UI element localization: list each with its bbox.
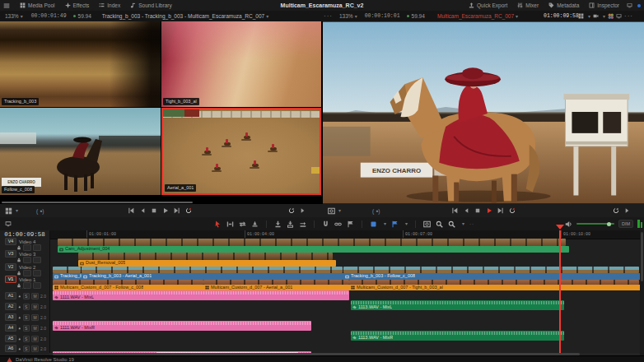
clip-tracking-tight[interactable]: Tracking_b_003 - Tight_b_003_al — [53, 273, 84, 280]
loop-button-active[interactable] — [185, 207, 192, 214]
source-jog-control[interactable]: (●) — [36, 204, 45, 217]
go-to-start-button[interactable] — [128, 207, 134, 214]
go-to-end-button[interactable] — [497, 207, 504, 214]
stop-button[interactable] — [151, 207, 157, 214]
source-clip-name[interactable]: Tracking_b_003 - Tracking_b_003 - Multic… — [102, 13, 264, 19]
mute-button[interactable]: M — [31, 304, 39, 310]
solo-button[interactable]: S — [23, 304, 30, 310]
track-header-a5[interactable]: A5 S M 2.0 — [5, 335, 48, 342]
step-back-button[interactable] — [139, 207, 146, 214]
index-button[interactable]: Index — [94, 0, 125, 11]
track-badge-v1-destination[interactable]: V1 — [5, 276, 16, 283]
dynamic-trim-mode-tool[interactable] — [239, 220, 246, 228]
go-to-end-button[interactable] — [174, 207, 180, 214]
play-button-active[interactable] — [486, 207, 492, 214]
link-clips-button[interactable] — [334, 220, 342, 228]
marker-color-button[interactable] — [370, 220, 377, 228]
lock-icon[interactable] — [16, 258, 21, 262]
clip-thumbnails[interactable] — [53, 267, 81, 273]
mute-button[interactable]: M — [31, 325, 39, 332]
stop-button[interactable] — [474, 207, 481, 214]
track-header-a1[interactable]: A1 S M 2.0 — [5, 292, 48, 299]
toolbar-overflow-icon[interactable]: ·· — [469, 221, 474, 226]
viewer-overflow-menu-icon[interactable]: ··· — [324, 13, 333, 20]
clip-thumbnails[interactable] — [82, 267, 343, 273]
clean-feed-monitor-icon[interactable] — [616, 13, 622, 19]
loop-button-active[interactable] — [509, 207, 516, 214]
panel-toggle-button[interactable] — [624, 0, 635, 11]
razor-tool[interactable] — [251, 220, 259, 228]
dim-button[interactable]: DIM — [618, 220, 633, 228]
trim-edit-mode-tool[interactable] — [226, 220, 234, 228]
replace-clip-button[interactable] — [299, 220, 306, 228]
overwrite-clip-button[interactable] — [287, 220, 294, 228]
clip-tracking-follow[interactable]: Tracking_b_003 - Follow_c_008 — [343, 273, 642, 280]
track-badge-a6[interactable]: A6 — [5, 345, 16, 352]
track-enable-toggle[interactable] — [23, 257, 31, 263]
solo-button[interactable]: S — [23, 293, 30, 299]
inspector-button[interactable]: Inspector — [584, 0, 624, 11]
audio-clip[interactable]: 1111.WAV - MixL — [53, 290, 349, 300]
clip-thumbnails[interactable] — [58, 239, 566, 246]
clip-cam-adjustment[interactable]: Cam_Adjustment_004 — [58, 246, 569, 253]
angle-tight-b-003-al[interactable]: Tight_b_003_al — [161, 21, 321, 107]
solo-button[interactable]: S — [23, 336, 30, 342]
track-badge-a4[interactable]: A4 — [5, 324, 16, 332]
mute-button[interactable]: M — [31, 336, 39, 342]
multicam-display-mode-icon[interactable] — [5, 207, 12, 215]
track-badge-v2[interactable]: V2 — [5, 263, 16, 271]
angle-tracking-b-003[interactable]: Tracking_b_003 — [0, 21, 161, 107]
play-button[interactable] — [162, 207, 169, 214]
track-badge-a3[interactable]: A3 — [5, 313, 16, 321]
match-frame-icon[interactable] — [300, 207, 306, 214]
clip-multicam-aerial[interactable]: Multicam_Custom_d_007 - Aerial_a_001 — [203, 285, 352, 290]
snapping-button[interactable] — [322, 220, 329, 228]
refresh-icon[interactable] — [288, 207, 295, 214]
program-viewer[interactable]: ENZO CHARRO — [323, 21, 644, 204]
timeline-jog-control[interactable]: (●) — [372, 204, 381, 217]
clip-multicam-tight[interactable]: Multicam_Custom_d_007 - Tight_b_003_al — [349, 285, 642, 290]
speaker-icon[interactable] — [565, 220, 572, 228]
playhead-handle[interactable] — [556, 225, 564, 230]
selection-mode-tool-active[interactable] — [214, 220, 222, 228]
match-frame-icon[interactable] — [624, 207, 631, 214]
lock-icon[interactable] — [18, 326, 21, 331]
metadata-button[interactable]: Metadata — [544, 0, 584, 11]
playhead-line[interactable] — [559, 230, 561, 353]
scopes-icon[interactable] — [608, 13, 614, 19]
track-header-a3[interactable]: A3 S M 2.0 — [5, 313, 48, 321]
clip-thumbnails[interactable] — [343, 267, 639, 273]
step-back-button[interactable] — [463, 207, 469, 214]
marker-button[interactable] — [391, 220, 399, 228]
track-header-a2[interactable]: A2 S M 2.0 — [5, 303, 48, 310]
track-header-a4[interactable]: A4 S M 2.0 — [5, 324, 48, 332]
media-pool-button[interactable]: Media Pool — [15, 0, 60, 11]
mixer-button[interactable]: Mixer — [512, 0, 544, 11]
audio-clip[interactable]: 1113.WAV - MixL — [351, 300, 564, 310]
lock-icon[interactable] — [18, 315, 21, 320]
track-badge-a1[interactable]: A1 — [5, 292, 16, 299]
mute-button[interactable]: M — [31, 293, 39, 299]
viewer-mode-icon[interactable] — [328, 207, 335, 215]
lock-icon[interactable] — [18, 304, 21, 309]
lock-icon[interactable] — [18, 294, 21, 299]
solo-button[interactable]: S — [23, 325, 30, 332]
refresh-icon[interactable] — [613, 207, 619, 214]
solo-button[interactable]: S — [23, 346, 30, 352]
timeline-zoom-level[interactable]: 133% — [339, 13, 353, 19]
viewer-zoom-scrollbar[interactable] — [2, 202, 193, 203]
track-auto-select-toggle[interactable] — [33, 282, 41, 289]
multicam-view-icon[interactable] — [578, 13, 584, 19]
track-badge-a5[interactable]: A5 — [5, 335, 16, 342]
lock-icon[interactable] — [18, 346, 21, 351]
custom-zoom-button[interactable] — [448, 220, 455, 228]
clip-thumbnails[interactable] — [78, 253, 333, 260]
volume-slider-thumb[interactable] — [607, 222, 611, 226]
effects-button[interactable]: Effects — [60, 0, 95, 11]
zoom-detail-button[interactable] — [436, 220, 443, 228]
angle-aerial-a-001-active[interactable]: Aerial_a_001 — [161, 108, 321, 195]
track-header-a6[interactable]: A6 S M 2.0 — [5, 345, 48, 352]
flag-button[interactable] — [347, 220, 354, 228]
hamburger-menu-button[interactable] — [0, 0, 15, 11]
lock-icon[interactable] — [18, 336, 21, 341]
